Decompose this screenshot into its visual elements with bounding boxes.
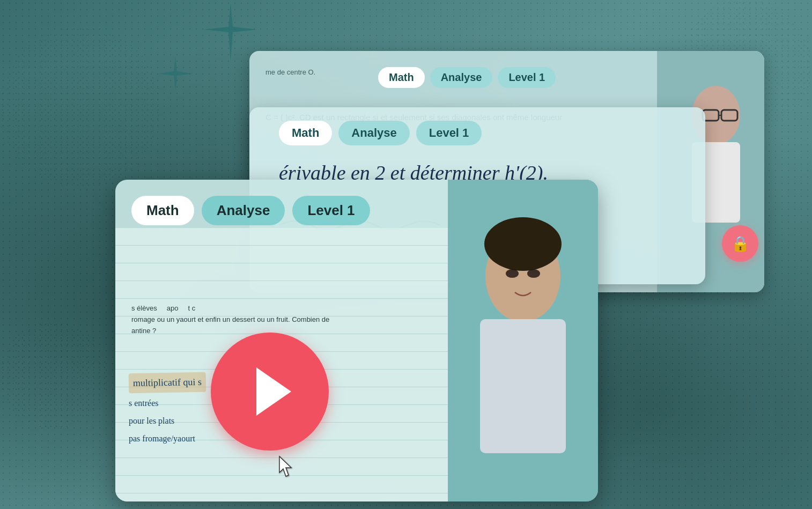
card-front-tags: Math Analyse Level 1 bbox=[131, 196, 370, 225]
svg-point-9 bbox=[484, 217, 562, 271]
problem-text: s élèves apo t c romage ou un yaourt et … bbox=[131, 303, 432, 336]
card-mid-tag-math[interactable]: Math bbox=[279, 121, 332, 145]
play-triangle-icon bbox=[256, 367, 291, 416]
sparkle-small-icon bbox=[158, 56, 193, 91]
card-back-tag-math[interactable]: Math bbox=[378, 67, 425, 88]
handwritten-entries: s entrées bbox=[129, 394, 159, 412]
handwritten-fromage: pas fromage/yaourt bbox=[129, 430, 195, 447]
svg-rect-8 bbox=[480, 319, 566, 453]
handwritten-plats: pour les plats bbox=[129, 412, 174, 430]
card-front: Math Analyse Level 1 s élèves apo t c ro… bbox=[115, 180, 598, 501]
handwritten-label: multiplicatif qui s bbox=[129, 372, 206, 394]
lock-icon: 🔒 bbox=[731, 235, 750, 253]
play-button[interactable] bbox=[211, 333, 329, 451]
card-front-tag-level[interactable]: Level 1 bbox=[292, 196, 370, 225]
card-front-tag-analyse[interactable]: Analyse bbox=[202, 196, 285, 225]
person-large-svg-container bbox=[448, 180, 598, 501]
card-back-tags: Math Analyse Level 1 bbox=[378, 67, 556, 88]
card-mid-tags: Math Analyse Level 1 bbox=[279, 121, 482, 145]
lock-button[interactable]: 🔒 bbox=[722, 225, 758, 262]
svg-point-11 bbox=[527, 269, 540, 278]
card-back-tag-analyse[interactable]: Analyse bbox=[430, 67, 493, 88]
problem-line2: romage ou un yaourt et enfin un dessert … bbox=[131, 314, 432, 326]
card-mid-tag-analyse[interactable]: Analyse bbox=[338, 121, 409, 145]
card-mid-tag-level[interactable]: Level 1 bbox=[416, 121, 482, 145]
cursor-svg bbox=[275, 454, 297, 481]
card-front-left: Math Analyse Level 1 s élèves apo t c ro… bbox=[115, 180, 448, 501]
person-large-svg bbox=[448, 180, 598, 501]
card-front-video-panel bbox=[448, 180, 598, 501]
svg-point-10 bbox=[506, 269, 519, 278]
problem-line1: s élèves apo t c bbox=[131, 303, 432, 314]
card-front-tag-math[interactable]: Math bbox=[131, 196, 194, 225]
cursor-icon bbox=[275, 454, 297, 485]
dots-cluster-top-left bbox=[0, 27, 161, 188]
card-back-tag-level[interactable]: Level 1 bbox=[498, 67, 556, 88]
dots-cluster-bottom-left bbox=[0, 322, 107, 429]
